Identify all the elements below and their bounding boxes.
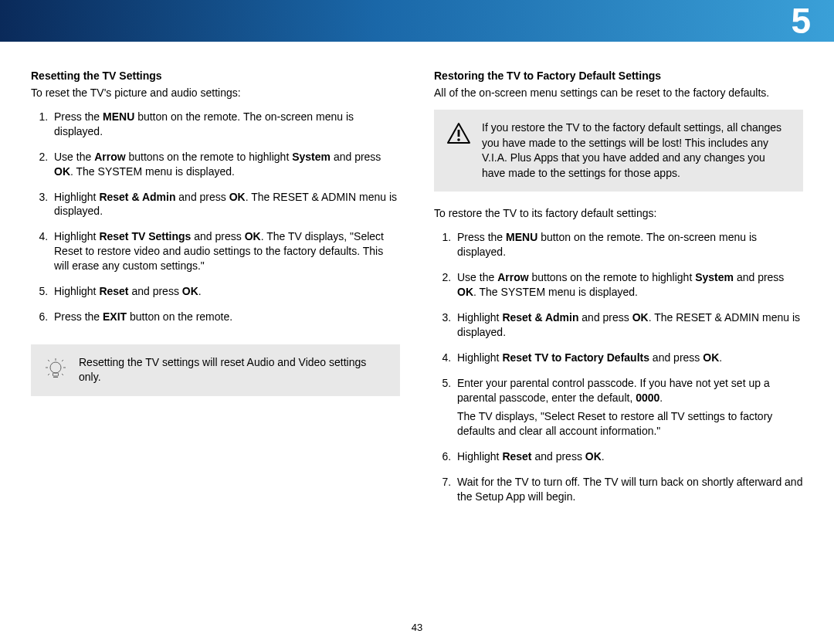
page-number: 43 — [0, 622, 834, 633]
content-columns: Resetting the TV Settings To reset the T… — [0, 42, 834, 515]
svg-line-9 — [62, 374, 63, 375]
step-item: Highlight Reset & Admin and press OK. Th… — [454, 310, 803, 340]
warning-note: If you restore the TV to the factory def… — [434, 110, 803, 192]
step-item: Press the MENU button on the remote. The… — [51, 110, 400, 139]
step-item: Highlight Reset & Admin and press OK. Th… — [51, 190, 400, 219]
right-intro: All of the on-screen menu settings can b… — [434, 86, 803, 99]
step-item: Press the EXIT button on the remote. — [51, 310, 400, 324]
warning-icon — [446, 120, 471, 145]
step-item: Wait for the TV to turn off. The TV will… — [454, 475, 803, 504]
svg-line-6 — [48, 360, 49, 361]
left-title: Resetting the TV Settings — [31, 69, 400, 82]
chapter-banner: 5 — [0, 0, 834, 42]
svg-point-0 — [50, 362, 61, 373]
step-subtext: The TV displays, "Select Reset to restor… — [457, 409, 803, 439]
right-title: Restoring the TV to Factory Default Sett… — [434, 69, 803, 82]
tip-text: Resetting the TV settings will reset Aud… — [79, 355, 388, 385]
step-item: Use the Arrow buttons on the remote to h… — [51, 150, 400, 179]
svg-line-7 — [62, 360, 63, 361]
left-column: Resetting the TV Settings To reset the T… — [31, 69, 400, 515]
step-item: Use the Arrow buttons on the remote to h… — [454, 270, 803, 300]
warning-text: If you restore the TV to the factory def… — [482, 120, 791, 181]
step-item: Highlight Reset TV Settings and press OK… — [51, 229, 400, 273]
svg-line-8 — [48, 374, 49, 375]
step-item: Press the MENU button on the remote. The… — [454, 230, 803, 259]
right-intro2: To restore the TV to its factory default… — [434, 207, 803, 219]
chapter-number: 5 — [791, 0, 811, 42]
step-item: Highlight Reset TV to Factory Defaults a… — [454, 351, 803, 365]
svg-rect-1 — [53, 373, 59, 376]
left-intro: To reset the TV's picture and audio sett… — [31, 86, 400, 99]
step-item: Highlight Reset and press OK. — [454, 449, 803, 464]
step-item: Highlight Reset and press OK. — [51, 284, 400, 299]
svg-rect-11 — [458, 130, 460, 137]
left-steps: Press the MENU button on the remote. The… — [31, 110, 400, 324]
right-steps: Press the MENU button on the remote. The… — [434, 230, 803, 503]
step-item: Enter your parental control passcode. If… — [454, 376, 803, 439]
svg-point-12 — [457, 138, 460, 141]
lightbulb-icon — [43, 355, 68, 383]
tip-note: Resetting the TV settings will reset Aud… — [31, 344, 400, 396]
right-column: Restoring the TV to Factory Default Sett… — [434, 69, 803, 515]
